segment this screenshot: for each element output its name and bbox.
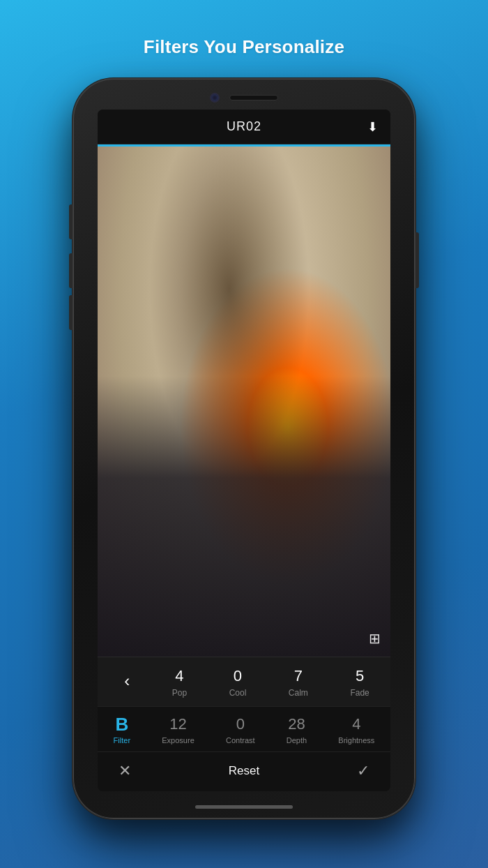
photo-person-overlay	[98, 147, 390, 657]
photo-placeholder	[98, 147, 390, 657]
expand-icon[interactable]: ⊞	[369, 630, 381, 647]
reset-button[interactable]: Reset	[229, 764, 259, 778]
confirm-button[interactable]: ✓	[357, 762, 369, 780]
photo-container: ⊞	[98, 147, 390, 657]
tool-exposure[interactable]: 12 Exposure	[162, 715, 194, 744]
phone-screen: UR02 ⬇ ⊞ ‹ 4 Pop 0 Cool 7	[98, 110, 390, 791]
tool-label-exposure: Exposure	[162, 736, 194, 744]
filter-value-cool: 0	[234, 667, 242, 685]
tool-strip: B Filter 12 Exposure 0 Contrast 28 Depth…	[98, 706, 390, 751]
filter-item-fade[interactable]: 5 Fade	[350, 667, 369, 698]
tool-brightness[interactable]: 4 Brightness	[338, 715, 374, 744]
back-button[interactable]: ‹	[119, 667, 130, 691]
tool-label-brightness: Brightness	[338, 736, 374, 744]
phone-speaker	[229, 95, 278, 100]
bottom-bar: ✕ Reset ✓	[98, 751, 390, 791]
filter-value-fade: 5	[356, 667, 364, 685]
tool-filter[interactable]: B Filter	[114, 715, 130, 744]
tool-depth[interactable]: 28 Depth	[287, 715, 307, 744]
tool-value-brightness: 4	[352, 715, 360, 733]
filter-label-pop: Pop	[172, 688, 187, 698]
download-icon[interactable]: ⬇	[367, 119, 378, 135]
filter-label-cool: Cool	[229, 688, 247, 698]
filter-value-calm: 7	[294, 667, 303, 685]
filter-name: UR02	[227, 119, 261, 134]
tool-label-depth: Depth	[287, 736, 307, 744]
phone-shell: UR02 ⬇ ⊞ ‹ 4 Pop 0 Cool 7	[73, 79, 415, 818]
tool-value-contrast: 0	[236, 715, 245, 733]
home-indicator	[195, 805, 293, 809]
filter-item-cool[interactable]: 0 Cool	[229, 667, 247, 698]
page-title: Filters You Personalize	[144, 36, 344, 58]
tool-label-filter: Filter	[114, 736, 130, 744]
app-header: UR02 ⬇	[98, 110, 390, 144]
filter-strip: ‹ 4 Pop 0 Cool 7 Calm 5 Fade	[98, 657, 390, 706]
tool-value-exposure: 12	[169, 715, 186, 733]
cancel-button[interactable]: ✕	[119, 762, 131, 780]
phone-top	[73, 79, 415, 110]
camera-lens	[210, 93, 220, 103]
filter-label-calm: Calm	[289, 688, 308, 698]
tool-value-depth: 28	[288, 715, 305, 733]
filter-item-calm[interactable]: 7 Calm	[289, 667, 308, 698]
filter-icon: B	[115, 715, 128, 733]
filter-label-fade: Fade	[350, 688, 369, 698]
filter-item-pop[interactable]: 4 Pop	[172, 667, 187, 698]
tool-contrast[interactable]: 0 Contrast	[226, 715, 255, 744]
filter-value-pop: 4	[175, 667, 183, 685]
tool-label-contrast: Contrast	[226, 736, 255, 744]
